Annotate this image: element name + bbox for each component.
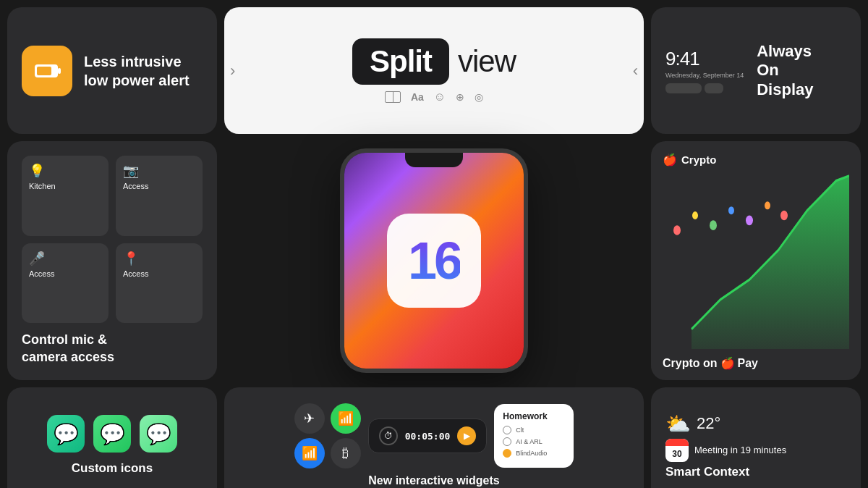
crypto-header: 🍎 Crypto <box>663 153 849 167</box>
svg-rect-1 <box>58 68 61 74</box>
mic-icon: 🎤 <box>29 251 45 266</box>
cell-camera-label: Access <box>123 182 148 190</box>
apple-logo-icon: 🍎 <box>663 153 677 167</box>
toolbar-grid-icon <box>385 91 401 103</box>
toolbar-more-icon: ◎ <box>475 91 483 103</box>
svg-point-3 <box>673 225 681 235</box>
chevron-right-icon: ‹ <box>633 62 638 80</box>
hw-text-3: BlindAudio <box>516 450 547 457</box>
toolbar-share-icon: ⊕ <box>456 91 464 103</box>
aod-screen: 9:41 Wednesday, September 14 <box>665 48 744 93</box>
aod-widget-2 <box>705 83 723 93</box>
iphone-notch <box>405 153 463 167</box>
homework-widget: Homework Clt AI & ARL BlindAudio <box>494 404 574 468</box>
camera-icon: 📷 <box>123 163 139 179</box>
custom-icons-label: Custom icons <box>72 461 153 476</box>
hw-item-2: AI & ARL <box>503 437 565 446</box>
control-cell-camera: 📷 Access <box>116 156 203 236</box>
widgets-row: ✈ 📶 📶 ₿ ⏱ 00:05:00 ▶ Homework Clt <box>236 403 632 468</box>
interactive-widgets-card: ✈ 📶 📶 ₿ ⏱ 00:05:00 ▶ Homework Clt <box>224 387 644 488</box>
toolbar-emoji-icon: ☺ <box>434 91 446 104</box>
low-power-text: Less intrusive low power alert <box>84 52 203 90</box>
svg-point-9 <box>780 211 788 221</box>
chevron-left-icon: › <box>230 62 235 80</box>
control-grid: 💡 Kitchen 📷 Access 🎤 Access 📍 Access <box>22 156 203 323</box>
custom-icons-card: 💬 💬 💬 Custom icons <box>7 387 217 488</box>
bluetooth-btn: ₿ <box>331 438 361 468</box>
toolbar-aa-icon: Aa <box>411 91 424 103</box>
split-toolbar: Aa ☺ ⊕ ◎ <box>385 91 483 104</box>
context-weather: ⛅ 22° <box>665 412 786 436</box>
crypto-on-text: Crypto on <box>663 357 718 370</box>
message-icon-3: 💬 <box>140 415 177 453</box>
view-word: view <box>458 44 516 79</box>
iphone-mockup: 16 <box>340 148 528 373</box>
always-on-card: 9:41 Wednesday, September 14 Always On D… <box>651 7 861 134</box>
carplay-widget: ✈ 📶 📶 ₿ <box>294 403 361 468</box>
weather-icon: ⛅ <box>665 412 691 436</box>
center-iphone: 16 <box>224 141 644 380</box>
svg-point-8 <box>765 201 770 209</box>
aod-widgets <box>665 83 744 93</box>
cell-kitchen-label: Kitchen <box>29 182 56 190</box>
wifi-btn: 📶 <box>294 438 325 468</box>
control-cell-mic: 🎤 Access <box>22 243 109 324</box>
aod-time: 9:41 <box>665 48 744 70</box>
timer-icon: ⏱ <box>379 426 398 445</box>
aod-date: Wednesday, September 14 <box>665 72 744 79</box>
svg-point-7 <box>746 216 753 226</box>
message-icon-1: 💬 <box>47 415 85 453</box>
smart-context-label: Smart Context <box>665 465 786 479</box>
widgets-container: ✈ 📶 📶 ₿ ⏱ 00:05:00 ▶ Homework Clt <box>236 403 632 487</box>
iphone-screen: 16 <box>344 153 524 369</box>
crypto-chart <box>663 171 849 349</box>
airplane-btn: ✈ <box>294 403 325 434</box>
svg-point-5 <box>710 220 717 230</box>
ios16-number: 16 <box>408 231 460 290</box>
location-btn: 📶 <box>331 403 361 434</box>
lightbulb-icon: 💡 <box>29 163 45 179</box>
cal-header <box>665 439 689 446</box>
hw-circle-3 <box>503 449 511 458</box>
control-cell-location: 📍 Access <box>116 243 203 324</box>
control-mic-text: Control mic &camera access <box>22 332 203 366</box>
low-power-card: Less intrusive low power alert <box>7 7 217 134</box>
carplay-row-2: 📶 ₿ <box>294 438 361 468</box>
timer-play-btn[interactable]: ▶ <box>457 426 476 445</box>
ios16-logo: 16 <box>387 214 481 308</box>
hw-text-2: AI & ARL <box>516 438 542 445</box>
svg-rect-2 <box>37 67 51 75</box>
homework-title: Homework <box>503 411 565 421</box>
weather-temp: 22° <box>697 414 720 433</box>
svg-point-4 <box>692 211 698 219</box>
message-icons: 💬 💬 💬 <box>47 415 177 453</box>
apple-pay-logo: 🍎 <box>720 356 735 370</box>
crypto-footer: Crypto on 🍎 Pay <box>663 353 849 380</box>
cal-day: 30 <box>665 446 689 462</box>
timer-display: 00:05:00 <box>405 431 451 442</box>
message-icon-2: 💬 <box>93 415 131 453</box>
crypto-card: 🍎 Crypto Crypto on 🍎 Pay <box>651 141 861 380</box>
battery-icon <box>22 46 72 96</box>
carplay-row-1: ✈ 📶 <box>294 403 361 434</box>
control-cell-kitchen: 💡 Kitchen <box>22 156 109 236</box>
hw-circle-2 <box>503 437 511 446</box>
timer-widget: ⏱ 00:05:00 ▶ <box>368 418 488 453</box>
meeting-text: Meeting in 19 minutes <box>694 445 786 455</box>
widgets-label: New interactive widgets <box>368 474 499 487</box>
hw-item-3: BlindAudio <box>503 449 565 458</box>
hw-circle-1 <box>503 426 511 434</box>
context-info: ⛅ 22° 30 Meeting in 19 minutes Smart Con… <box>665 412 786 479</box>
location-icon: 📍 <box>123 251 139 266</box>
hw-item-1: Clt <box>503 426 565 434</box>
svg-point-6 <box>728 206 734 214</box>
hw-text-1: Clt <box>516 426 524 434</box>
cell-mic-label: Access <box>29 269 54 278</box>
control-card: 💡 Kitchen 📷 Access 🎤 Access 📍 Access Con… <box>7 141 217 380</box>
context-meeting: 30 Meeting in 19 minutes <box>665 439 786 462</box>
split-view-card: › Split view Aa ☺ ⊕ ◎ ‹ <box>224 7 644 134</box>
split-view-header: Split view <box>352 38 516 85</box>
calendar-icon: 30 <box>665 439 689 462</box>
split-word: Split <box>352 38 449 85</box>
crypto-title: Crypto <box>681 153 716 166</box>
